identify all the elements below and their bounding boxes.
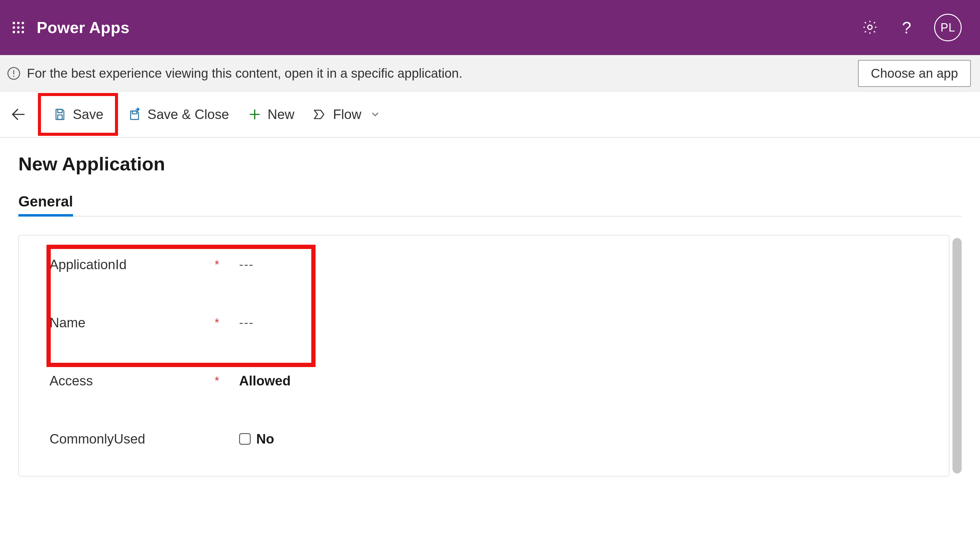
save-icon: [52, 107, 67, 122]
form-card: ApplicationId * --- Name * --- Access * …: [18, 235, 950, 477]
tab-general[interactable]: General: [18, 193, 73, 216]
field-access: Access * Allowed: [19, 352, 949, 410]
svg-point-4: [17, 26, 19, 29]
highlight-save: Save: [38, 93, 118, 136]
waffle-icon[interactable]: [9, 18, 27, 37]
svg-point-8: [22, 31, 24, 33]
new-button[interactable]: New: [238, 99, 304, 130]
flow-label: Flow: [333, 107, 361, 122]
save-button[interactable]: Save: [43, 99, 113, 130]
required-marker: *: [215, 374, 239, 388]
chevron-down-icon: [370, 109, 380, 119]
info-bar-message: For the best experience viewing this con…: [27, 66, 462, 81]
info-bar: For the best experience viewing this con…: [0, 55, 980, 92]
flow-button[interactable]: Flow: [304, 99, 390, 130]
plus-icon: [247, 107, 262, 122]
required-marker: *: [215, 316, 239, 330]
field-label-application-id: ApplicationId: [49, 257, 215, 272]
svg-rect-16: [132, 111, 137, 114]
field-label-commonly-used: CommonlyUsed: [49, 431, 215, 447]
user-avatar[interactable]: PL: [934, 14, 962, 41]
vertical-scrollbar[interactable]: [953, 238, 962, 473]
save-close-icon: [127, 107, 142, 122]
settings-button[interactable]: [861, 18, 879, 37]
commonly-used-checkbox[interactable]: [239, 433, 251, 445]
app-header: Power Apps ? PL: [0, 0, 980, 55]
field-value-commonly-used: No: [256, 431, 274, 447]
svg-point-0: [13, 22, 15, 24]
flow-icon: [313, 107, 328, 122]
field-value-application-id[interactable]: ---: [239, 257, 254, 272]
field-label-access: Access: [49, 373, 215, 388]
save-and-close-button[interactable]: Save & Close: [118, 99, 238, 130]
field-value-access[interactable]: Allowed: [239, 373, 291, 388]
svg-point-2: [22, 22, 24, 24]
svg-point-12: [13, 76, 14, 77]
info-icon: [6, 66, 21, 81]
field-application-id: ApplicationId * ---: [19, 236, 949, 294]
tabs: General: [18, 193, 962, 216]
new-label: New: [267, 107, 294, 122]
app-title: Power Apps: [37, 18, 130, 37]
page-title: New Application: [18, 153, 962, 175]
svg-point-7: [17, 31, 19, 33]
field-name: Name * ---: [19, 294, 949, 352]
required-marker: *: [215, 258, 239, 271]
help-icon: ?: [902, 18, 911, 37]
gear-icon: [862, 19, 878, 37]
command-bar: Save Save & Close New Flow: [0, 92, 980, 138]
help-button[interactable]: ?: [897, 18, 916, 37]
svg-point-1: [17, 22, 19, 24]
avatar-initials: PL: [940, 21, 955, 34]
svg-rect-14: [58, 110, 62, 113]
svg-point-6: [13, 31, 15, 33]
svg-rect-15: [58, 115, 62, 119]
save-label: Save: [73, 107, 103, 122]
back-button[interactable]: [6, 102, 30, 127]
svg-point-9: [868, 25, 872, 29]
svg-point-3: [13, 26, 15, 29]
save-close-label: Save & Close: [147, 107, 229, 122]
svg-point-5: [22, 26, 24, 29]
field-value-name[interactable]: ---: [239, 315, 254, 330]
field-commonly-used: CommonlyUsed No: [19, 410, 949, 468]
field-label-name: Name: [49, 315, 215, 330]
choose-app-button[interactable]: Choose an app: [858, 60, 971, 87]
